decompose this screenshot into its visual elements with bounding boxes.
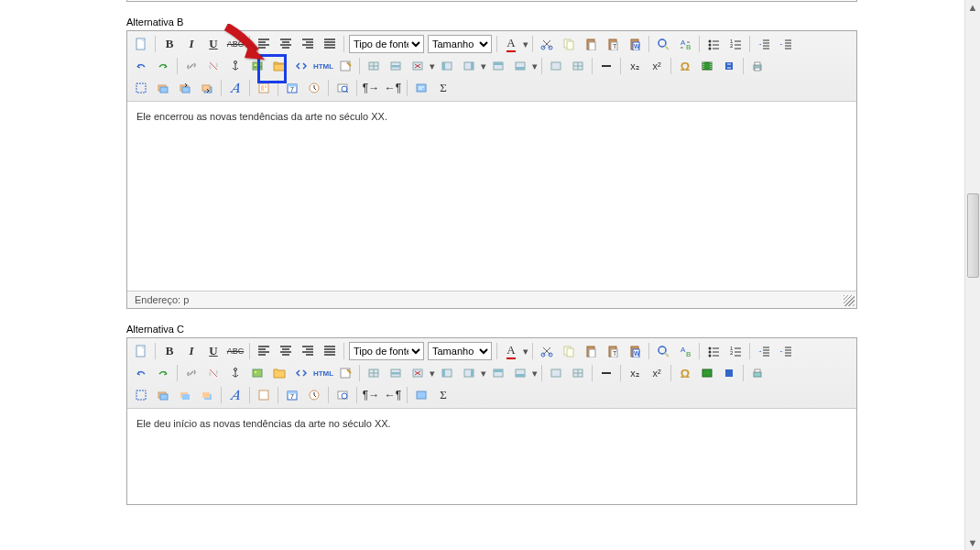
layer-backward-button[interactable]: [197, 385, 217, 405]
table-row-after-button[interactable]: [510, 56, 530, 76]
scroll-up-icon[interactable]: ▲: [965, 0, 980, 15]
italic-button[interactable]: I: [181, 34, 201, 54]
cleanup-button[interactable]: [335, 363, 355, 383]
font-size-select[interactable]: Tamanho: [428, 35, 492, 53]
date-button[interactable]: 7: [282, 78, 302, 98]
code-button[interactable]: [291, 363, 311, 383]
text-color-dropdown[interactable]: ▾: [522, 35, 529, 53]
print-button[interactable]: [747, 363, 768, 383]
preview-button[interactable]: [332, 78, 353, 98]
bold-button[interactable]: B: [159, 34, 180, 54]
media-button[interactable]: [697, 363, 717, 383]
font-family-select[interactable]: Tipo de fonte: [349, 35, 424, 53]
text-color-button[interactable]: A: [501, 341, 521, 361]
subscript-button[interactable]: x₂: [625, 56, 645, 76]
find-button[interactable]: [653, 34, 673, 54]
scroll-thumb[interactable]: [967, 193, 979, 278]
hr-button[interactable]: [596, 56, 616, 76]
newdoc-icon[interactable]: [131, 341, 151, 361]
replace-button[interactable]: AB: [675, 341, 695, 361]
preview-button[interactable]: [332, 385, 353, 405]
equation-button[interactable]: Σ: [433, 78, 453, 98]
align-right-button[interactable]: [298, 34, 318, 54]
vertical-scrollbar[interactable]: ▲ ▼: [964, 0, 980, 550]
outdent-button[interactable]: [754, 34, 774, 54]
font-size-select[interactable]: Tamanho: [428, 342, 492, 360]
undo-button[interactable]: [131, 56, 151, 76]
cut-button[interactable]: [537, 34, 557, 54]
rtl-button[interactable]: ←¶: [383, 385, 403, 405]
styles-button[interactable]: 𝐴: [225, 78, 245, 98]
table-col-after-button[interactable]: [459, 363, 479, 383]
layer-forward-button[interactable]: [175, 78, 195, 98]
table-delete-button[interactable]: [408, 363, 428, 383]
table-split-button[interactable]: [568, 56, 588, 76]
paste-button[interactable]: [581, 34, 601, 54]
file-browser-button[interactable]: [269, 363, 289, 383]
table-col-dropdown[interactable]: ▾: [429, 364, 436, 382]
paste-text-button[interactable]: T: [603, 341, 623, 361]
print-button[interactable]: [747, 56, 768, 76]
copy-button[interactable]: [559, 34, 579, 54]
time-button[interactable]: [304, 385, 324, 405]
table-row-before-button[interactable]: [488, 56, 508, 76]
ltr-button[interactable]: ¶→: [361, 78, 381, 98]
layer-insert-button[interactable]: [153, 78, 173, 98]
image-button[interactable]: [247, 56, 267, 76]
flash-button[interactable]: [719, 56, 739, 76]
table-cell-dropdown[interactable]: ▾: [531, 364, 539, 382]
undo-button[interactable]: [131, 363, 151, 383]
redo-button[interactable]: [153, 363, 173, 383]
paste-text-button[interactable]: T: [603, 34, 623, 54]
indent-button[interactable]: [776, 34, 796, 54]
table-row-button[interactable]: [386, 363, 406, 383]
table-row-dropdown[interactable]: ▾: [480, 57, 487, 75]
align-left-button[interactable]: [254, 34, 274, 54]
unlink-button[interactable]: [203, 56, 223, 76]
template-button[interactable]: [254, 78, 274, 98]
media-button[interactable]: [697, 56, 717, 76]
scroll-track[interactable]: [965, 15, 980, 535]
align-justify-button[interactable]: [320, 341, 340, 361]
indent-button[interactable]: [776, 341, 796, 361]
unlink-button[interactable]: [203, 363, 223, 383]
bullet-list-button[interactable]: [703, 34, 724, 54]
rtl-button[interactable]: ←¶: [383, 78, 403, 98]
bold-button[interactable]: B: [159, 341, 180, 361]
table-row-before-button[interactable]: [488, 363, 508, 383]
resize-handle-icon[interactable]: [844, 295, 855, 306]
html-button[interactable]: HTML: [313, 56, 333, 76]
file-browser-button[interactable]: [269, 56, 289, 76]
layer-backward-button[interactable]: [197, 78, 217, 98]
italic-button[interactable]: I: [181, 341, 201, 361]
outdent-button[interactable]: [754, 341, 774, 361]
scroll-down-icon[interactable]: ▼: [965, 535, 980, 550]
special-char-button[interactable]: Ω: [675, 56, 695, 76]
align-right-button[interactable]: [298, 341, 318, 361]
hr-button[interactable]: [596, 363, 616, 383]
table-col-before-button[interactable]: [437, 363, 457, 383]
table-col-before-button[interactable]: [437, 56, 457, 76]
editor-c-content[interactable]: Ele deu início as novas tendências da ar…: [127, 409, 856, 504]
flash-button[interactable]: [719, 363, 739, 383]
link-button[interactable]: [181, 363, 201, 383]
text-color-button[interactable]: A: [501, 34, 521, 54]
replace-button[interactable]: AB: [675, 34, 695, 54]
strikethrough-button[interactable]: ABC: [225, 341, 245, 361]
table-col-dropdown[interactable]: ▾: [429, 57, 436, 75]
cut-button[interactable]: [537, 341, 557, 361]
time-button[interactable]: [304, 78, 324, 98]
cite-button[interactable]: [411, 385, 431, 405]
layer-forward-button[interactable]: [175, 385, 195, 405]
anchor-button[interactable]: [225, 363, 245, 383]
table-insert-button[interactable]: [364, 363, 384, 383]
number-list-button[interactable]: 12: [725, 34, 746, 54]
underline-button[interactable]: U: [203, 341, 223, 361]
find-button[interactable]: [653, 341, 673, 361]
table-insert-button[interactable]: [364, 56, 384, 76]
align-left-button[interactable]: [254, 341, 274, 361]
number-list-button[interactable]: 12: [725, 341, 746, 361]
equation-button[interactable]: Σ: [433, 385, 453, 405]
underline-button[interactable]: U: [203, 34, 223, 54]
special-char-button[interactable]: Ω: [675, 363, 695, 383]
